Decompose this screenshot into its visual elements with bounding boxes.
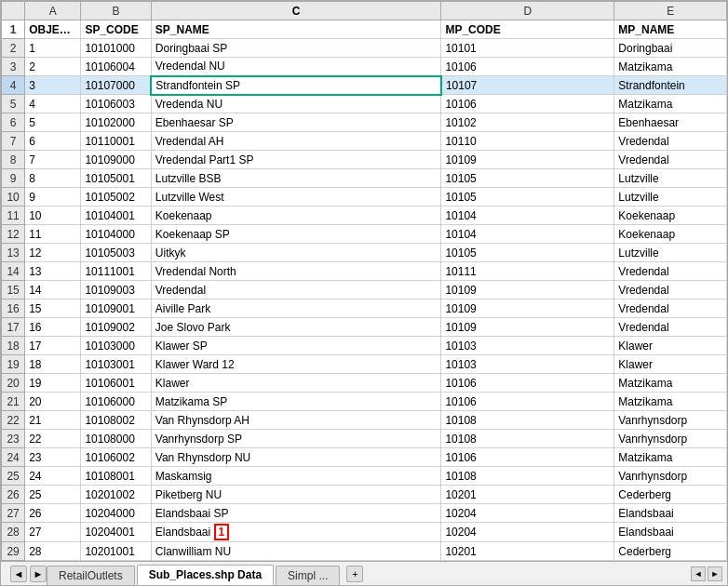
cell-1-d[interactable]: MP_CODE — [441, 20, 614, 39]
cell-11-d[interactable]: 10104 — [441, 206, 614, 225]
cell-29-c[interactable]: Clanwilliam NU — [151, 542, 441, 561]
cell-17-d[interactable]: 10109 — [441, 318, 614, 337]
cell-2-c[interactable]: Doringbaai SP — [151, 39, 441, 58]
cell-14-a[interactable]: 13 — [25, 262, 81, 281]
cell-20-b[interactable]: 10106001 — [81, 374, 151, 393]
cell-1-c[interactable]: SP_NAME — [151, 20, 441, 39]
cell-16-e[interactable]: Vredendal — [614, 300, 727, 318]
cell-23-b[interactable]: 10108000 — [81, 430, 151, 448]
cell-17-c[interactable]: Joe Slovo Park — [151, 318, 441, 337]
cell-16-c[interactable]: Aiville Park — [151, 300, 441, 318]
cell-27-a[interactable]: 26 — [25, 504, 81, 523]
cell-4-d[interactable]: 10107 — [441, 76, 614, 95]
cell-27-c[interactable]: Elandsbaai SP — [151, 504, 441, 523]
cell-18-e[interactable]: Klawer — [614, 337, 727, 355]
cell-12-b[interactable]: 10104000 — [81, 225, 151, 244]
cell-8-e[interactable]: Vredendal — [614, 151, 727, 169]
cell-25-b[interactable]: 10108001 — [81, 467, 151, 486]
cell-10-d[interactable]: 10105 — [441, 188, 614, 206]
cell-15-d[interactable]: 10109 — [441, 281, 614, 300]
cell-4-b[interactable]: 10107000 — [81, 76, 151, 95]
cell-29-b[interactable]: 10201001 — [81, 542, 151, 561]
cell-24-a[interactable]: 23 — [25, 448, 81, 467]
cell-13-d[interactable]: 10105 — [441, 244, 614, 262]
cell-2-a[interactable]: 1 — [25, 39, 81, 58]
cell-7-b[interactable]: 10110001 — [81, 132, 151, 151]
cell-6-d[interactable]: 10102 — [441, 113, 614, 132]
cell-14-b[interactable]: 10111001 — [81, 262, 151, 281]
cell-5-b[interactable]: 10106003 — [81, 95, 151, 113]
cell-18-c[interactable]: Klawer SP — [151, 337, 441, 355]
cell-23-c[interactable]: Vanrhynsdorp SP — [151, 430, 441, 448]
cell-18-d[interactable]: 10103 — [441, 337, 614, 355]
cell-10-b[interactable]: 10105002 — [81, 188, 151, 206]
col-header-b[interactable]: B — [81, 2, 151, 20]
cell-9-e[interactable]: Lutzville — [614, 169, 727, 188]
cell-9-d[interactable]: 10105 — [441, 169, 614, 188]
tab-sub-places[interactable]: Sub_Places.shp Data — [137, 565, 274, 585]
cell-8-a[interactable]: 7 — [25, 151, 81, 169]
cell-24-c[interactable]: Van Rhynsdorp NU — [151, 448, 441, 467]
cell-15-c[interactable]: Vredendal — [151, 281, 441, 300]
col-header-a[interactable]: A — [25, 2, 81, 20]
cell-25-c[interactable]: Maskamsig — [151, 467, 441, 486]
cell-14-e[interactable]: Vredendal — [614, 262, 727, 281]
cell-3-b[interactable]: 10106004 — [81, 58, 151, 76]
cell-22-b[interactable]: 10108002 — [81, 411, 151, 430]
cell-21-a[interactable]: 20 — [25, 393, 81, 411]
cell-3-d[interactable]: 10106 — [441, 58, 614, 76]
cell-26-d[interactable]: 10201 — [441, 486, 614, 504]
tab-simpl[interactable]: Simpl ... — [276, 566, 340, 585]
cell-22-c[interactable]: Van Rhynsdorp AH — [151, 411, 441, 430]
cell-23-e[interactable]: Vanrhynsdorp — [614, 430, 727, 448]
cell-7-c[interactable]: Vredendal AH — [151, 132, 441, 151]
cell-20-c[interactable]: Klawer — [151, 374, 441, 393]
cell-5-c[interactable]: Vredenda NU — [151, 95, 441, 113]
col-header-d[interactable]: D — [441, 2, 614, 20]
cell-6-c[interactable]: Ebenhaesar SP — [151, 113, 441, 132]
cell-12-e[interactable]: Koekenaap — [614, 225, 727, 244]
cell-2-b[interactable]: 10101000 — [81, 39, 151, 58]
cell-7-a[interactable]: 6 — [25, 132, 81, 151]
cell-2-d[interactable]: 10101 — [441, 39, 614, 58]
cell-28-b[interactable]: 10204001 — [81, 523, 151, 542]
col-header-c[interactable]: C — [151, 2, 441, 20]
cell-3-c[interactable]: Vredendal NU — [151, 58, 441, 76]
cell-19-b[interactable]: 10103001 — [81, 355, 151, 374]
cell-29-e[interactable]: Cederberg — [614, 542, 727, 561]
cell-13-c[interactable]: Uitkyk — [151, 244, 441, 262]
sheet-scroll-right[interactable]: ► — [708, 566, 722, 581]
cell-26-e[interactable]: Cederberg — [614, 486, 727, 504]
cell-20-d[interactable]: 10106 — [441, 374, 614, 393]
cell-23-a[interactable]: 22 — [25, 430, 81, 448]
cell-11-c[interactable]: Koekenaap — [151, 206, 441, 225]
cell-20-a[interactable]: 19 — [25, 374, 81, 393]
cell-16-b[interactable]: 10109001 — [81, 300, 151, 318]
tab-scroll-left[interactable]: ◄ — [10, 566, 27, 582]
cell-12-c[interactable]: Koekenaap SP — [151, 225, 441, 244]
cell-2-e[interactable]: Doringbaai — [614, 39, 727, 58]
cell-13-b[interactable]: 10105003 — [81, 244, 151, 262]
cell-8-c[interactable]: Vredendal Part1 SP — [151, 151, 441, 169]
tab-add-button[interactable]: + — [346, 566, 363, 582]
cell-8-d[interactable]: 10109 — [441, 151, 614, 169]
cell-27-b[interactable]: 10204000 — [81, 504, 151, 523]
cell-29-a[interactable]: 28 — [25, 542, 81, 561]
cell-16-a[interactable]: 15 — [25, 300, 81, 318]
cell-17-a[interactable]: 16 — [25, 318, 81, 337]
cell-10-e[interactable]: Lutzville — [614, 188, 727, 206]
cell-11-e[interactable]: Koekenaap — [614, 206, 727, 225]
tab-retailoutlets[interactable]: RetailOutlets — [47, 566, 135, 585]
cell-10-a[interactable]: 9 — [25, 188, 81, 206]
sheet-scroll-left[interactable]: ◄ — [691, 566, 706, 581]
cell-20-e[interactable]: Matzikama — [614, 374, 727, 393]
cell-15-a[interactable]: 14 — [25, 281, 81, 300]
cell-21-e[interactable]: Matzikama — [614, 393, 727, 411]
cell-25-e[interactable]: Vanrhynsdorp — [614, 467, 727, 486]
cell-3-a[interactable]: 2 — [25, 58, 81, 76]
cell-27-e[interactable]: Elandsbaai — [614, 504, 727, 523]
cell-3-e[interactable]: Matzikama — [614, 58, 727, 76]
cell-5-d[interactable]: 10106 — [441, 95, 614, 113]
cell-26-c[interactable]: Piketberg NU — [151, 486, 441, 504]
cell-13-e[interactable]: Lutzville — [614, 244, 727, 262]
